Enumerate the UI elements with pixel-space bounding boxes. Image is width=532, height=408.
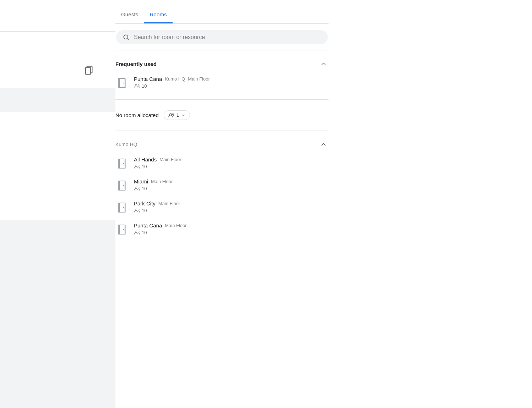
room-door-icon-punta-cana-kumo: [115, 223, 128, 236]
room-item-miami[interactable]: Miami Main Floor 10: [115, 174, 329, 196]
people-icon: [134, 84, 140, 88]
room-capacity-miami: 10: [142, 186, 147, 191]
svg-point-27: [123, 207, 124, 208]
search-placeholder: Search for room or resource: [134, 34, 205, 40]
room-door-icon-park-city: [115, 201, 128, 214]
svg-rect-1: [86, 68, 91, 75]
svg-point-11: [172, 114, 174, 115]
room-capacity-row-miami: 10: [134, 186, 173, 191]
svg-point-29: [138, 209, 139, 210]
main-content: Guests Rooms Search for room or resource…: [115, 0, 329, 408]
people-icon-park-city: [134, 208, 140, 213]
room-details-park-city: Park City Main Floor 10: [134, 200, 180, 213]
kumo-hq-title: Kumo HQ: [115, 142, 137, 147]
tabs-container: Guests Rooms: [115, 0, 329, 24]
people-icon-punta-cana-kumo: [134, 230, 140, 235]
divider-after-frequently-used: [115, 99, 329, 100]
svg-point-7: [123, 83, 124, 84]
room-details-miami: Miami Main Floor 10: [134, 178, 173, 191]
room-name-all-hands: All Hands: [134, 156, 157, 162]
sidebar-bottom-block: [0, 220, 115, 408]
room-name-punta-cana-kumo: Punta Cana: [134, 222, 162, 228]
room-item-all-hands[interactable]: All Hands Main Floor 10: [115, 152, 329, 174]
room-capacity-row-all-hands: 10: [134, 164, 181, 169]
copy-icon: [83, 64, 96, 77]
frequently-used-room-item[interactable]: Punta Cana Kumo HQ Main Floor 10: [115, 72, 329, 94]
room-capacity-row: 10: [134, 83, 210, 89]
room-floor: Main Floor: [188, 76, 210, 82]
room-door-icon: [115, 77, 128, 89]
chevron-down-icon: [181, 113, 185, 117]
no-room-row: No room allocated 1: [115, 105, 329, 125]
sidebar-icon-area: [0, 64, 115, 77]
room-item-punta-cana-kumo[interactable]: Punta Cana Main Floor 10: [115, 218, 329, 240]
room-name-row-miami: Miami Main Floor: [134, 178, 173, 184]
tab-rooms[interactable]: Rooms: [144, 7, 172, 23]
search-box[interactable]: Search for room or resource: [116, 30, 328, 44]
room-name-row-punta-cana-kumo: Punta Cana Main Floor: [134, 222, 187, 228]
svg-point-16: [135, 165, 137, 167]
room-name-row-all-hands: All Hands Main Floor: [134, 156, 181, 162]
svg-point-8: [135, 84, 137, 86]
room-capacity-row-punta-cana-kumo: 10: [134, 230, 187, 235]
room-capacity-row-park-city: 10: [134, 208, 180, 213]
svg-point-22: [135, 187, 137, 189]
room-details: Punta Cana Kumo HQ Main Floor 10: [134, 76, 210, 89]
sidebar-highlight-block: [0, 88, 115, 112]
frequently-used-collapse-button[interactable]: [319, 59, 329, 69]
people-icon-all-hands: [134, 164, 140, 169]
kumo-hq-collapse-button[interactable]: [319, 139, 329, 149]
svg-point-21: [123, 185, 124, 186]
room-name-row-park-city: Park City Main Floor: [134, 200, 180, 206]
search-container: Search for room or resource: [115, 30, 329, 44]
svg-point-23: [138, 187, 139, 188]
divider-after-search: [115, 50, 329, 50]
room-door-icon-miami: [115, 179, 128, 192]
room-details-all-hands: All Hands Main Floor 10: [134, 156, 181, 169]
svg-line-3: [127, 39, 129, 40]
svg-point-9: [138, 84, 139, 86]
room-capacity-park-city: 10: [142, 208, 147, 213]
room-name-park-city: Park City: [134, 200, 156, 206]
room-name-row: Punta Cana Kumo HQ Main Floor: [134, 76, 210, 82]
search-icon: [123, 34, 130, 41]
guest-filter-people-icon: [168, 113, 174, 117]
svg-point-33: [123, 229, 124, 230]
room-floor-punta-cana-kumo: Main Floor: [165, 223, 186, 228]
room-floor-park-city: Main Floor: [158, 201, 180, 206]
svg-point-34: [135, 231, 137, 233]
room-capacity-all-hands: 10: [142, 164, 147, 169]
people-icon-miami: [134, 186, 140, 191]
room-building: Kumo HQ: [165, 76, 185, 82]
divider-after-no-room: [115, 131, 329, 131]
room-capacity-punta-cana-kumo: 10: [142, 230, 147, 235]
room-name-miami: Miami: [134, 178, 148, 184]
svg-point-35: [138, 231, 139, 232]
sidebar: [0, 0, 115, 408]
no-room-label: No room allocated: [115, 112, 159, 118]
room-capacity: 10: [142, 83, 147, 89]
room-door-icon-all-hands: [115, 157, 128, 170]
frequently-used-header: Frequently used: [115, 56, 329, 72]
room-item-park-city[interactable]: Park City Main Floor 10: [115, 196, 329, 218]
frequently-used-title: Frequently used: [115, 61, 157, 67]
room-name: Punta Cana: [134, 76, 162, 82]
tab-guests[interactable]: Guests: [115, 7, 144, 23]
svg-point-10: [169, 114, 171, 115]
sidebar-top-divider: [0, 31, 115, 32]
svg-point-15: [123, 163, 124, 164]
svg-point-17: [138, 165, 139, 166]
guest-count-label: 1: [177, 112, 179, 118]
guest-count-button[interactable]: 1: [164, 110, 190, 120]
room-floor-all-hands: Main Floor: [159, 157, 181, 162]
room-details-punta-cana-kumo: Punta Cana Main Floor 10: [134, 222, 187, 235]
svg-point-28: [135, 209, 137, 211]
kumo-hq-header: Kumo HQ: [115, 137, 329, 152]
room-floor-miami: Main Floor: [151, 179, 173, 184]
